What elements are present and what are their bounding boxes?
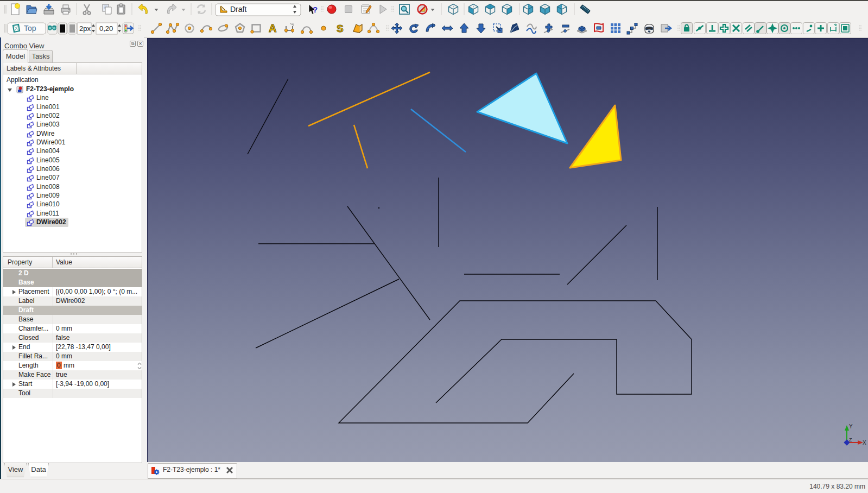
svg-text:S: S xyxy=(337,23,344,34)
svg-text:X: X xyxy=(863,440,866,446)
svg-text:Y: Y xyxy=(849,424,853,429)
svg-text:A: A xyxy=(269,22,276,34)
svg-text:2px: 2px xyxy=(79,24,91,33)
svg-text:Top: Top xyxy=(24,24,36,33)
svg-text:0,20: 0,20 xyxy=(99,24,113,33)
svg-text:?: ? xyxy=(313,5,318,14)
svg-text:Z: Z xyxy=(849,437,852,443)
svg-text:Draft: Draft xyxy=(230,5,246,14)
